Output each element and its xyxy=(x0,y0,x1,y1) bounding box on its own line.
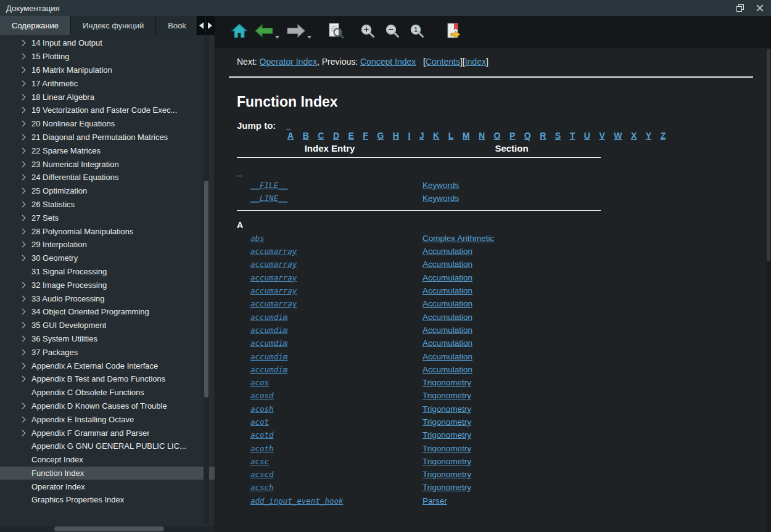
home-button[interactable] xyxy=(229,20,250,44)
expand-chevron-icon[interactable] xyxy=(20,215,26,221)
sidebar-item[interactable]: 17 Arithmetic xyxy=(0,76,215,90)
search-document-button[interactable] xyxy=(325,20,346,44)
expand-chevron-icon[interactable] xyxy=(20,295,26,301)
sidebar-item[interactable]: 16 Matrix Manipulation xyxy=(0,63,215,77)
sidebar-horizontal-scrollbar[interactable] xyxy=(0,526,215,532)
jump-letter-link[interactable]: Z xyxy=(661,131,666,141)
sidebar-item[interactable]: 14 Input and Output xyxy=(0,36,215,50)
forward-button[interactable] xyxy=(286,20,307,44)
function-index-tab[interactable]: Индекс функций xyxy=(71,16,156,35)
sidebar-item[interactable]: 26 Statistics xyxy=(0,198,215,211)
section-link[interactable]: Trigonometry xyxy=(423,404,471,414)
section-link[interactable]: Accumulation xyxy=(423,365,472,374)
sidebar-item[interactable]: Concept Index xyxy=(0,453,215,467)
sidebar-item[interactable]: 27 Sets xyxy=(0,211,215,224)
section-link[interactable]: Trigonometry xyxy=(423,391,471,400)
section-link[interactable]: Accumulation xyxy=(423,273,472,282)
function-link[interactable]: abs xyxy=(250,234,265,243)
bookmark-button[interactable] xyxy=(443,20,464,44)
function-link[interactable]: acsc xyxy=(250,457,269,466)
section-link[interactable]: Parser xyxy=(423,496,447,505)
jump-letter-link[interactable]: Y xyxy=(646,131,651,141)
section-link[interactable]: Trigonometry xyxy=(423,378,471,387)
nav-link[interactable]: Index xyxy=(465,57,486,67)
expand-chevron-icon[interactable] xyxy=(20,54,26,60)
expand-chevron-icon[interactable] xyxy=(20,403,26,409)
sidebar-item[interactable]: 30 Geometry xyxy=(0,252,215,265)
jump-letter-link[interactable]: J xyxy=(419,131,424,141)
function-link[interactable]: accumarray xyxy=(250,299,297,308)
section-link[interactable]: Keywords xyxy=(423,194,459,203)
function-link[interactable]: acscd xyxy=(250,470,274,479)
sidebar-item[interactable]: 32 Image Processing xyxy=(0,278,215,292)
sidebar-item[interactable]: Function Index xyxy=(0,467,215,480)
sidebar-item[interactable]: 29 Interpolation xyxy=(0,238,215,252)
sidebar-item[interactable]: 20 Nonlinear Equations xyxy=(0,117,215,131)
jump-letter-link[interactable]: X xyxy=(631,131,637,141)
section-link[interactable]: Accumulation xyxy=(423,299,472,308)
section-link[interactable]: Accumulation xyxy=(423,338,472,348)
expand-chevron-icon[interactable] xyxy=(20,107,26,113)
jump-letter-link[interactable]: P xyxy=(509,131,515,141)
sidebar-item[interactable]: 36 System Utilities xyxy=(0,332,215,346)
expand-chevron-icon[interactable] xyxy=(20,188,26,194)
nav-link[interactable]: Operator Index xyxy=(260,57,317,67)
function-link[interactable]: acsch xyxy=(250,483,274,492)
section-link[interactable]: Trigonometry xyxy=(423,430,471,440)
sidebar-item[interactable]: 21 Diagonal and Permutation Matrices xyxy=(0,131,215,144)
expand-chevron-icon[interactable] xyxy=(20,94,26,100)
jump-letter-link[interactable]: A xyxy=(287,131,294,141)
function-link[interactable]: accumdim xyxy=(250,313,287,322)
jump-letter-link[interactable]: R xyxy=(540,131,546,141)
jump-letter-link[interactable]: S xyxy=(555,131,561,141)
sidebar-item[interactable]: 15 Plotting xyxy=(0,50,215,63)
tab-scroll-right-button[interactable] xyxy=(205,16,215,35)
function-link[interactable]: add_input_event_hook xyxy=(250,496,344,505)
section-link[interactable]: Trigonometry xyxy=(423,457,471,466)
scrollbar-thumb[interactable] xyxy=(767,49,770,261)
jump-letter-link[interactable]: E xyxy=(348,131,354,141)
section-link[interactable]: Accumulation xyxy=(423,352,472,361)
scrollbar-thumb[interactable] xyxy=(204,181,208,398)
tab-scroll-left-button[interactable] xyxy=(196,16,205,35)
dropdown-arrow-icon[interactable] xyxy=(275,30,279,41)
sidebar-item[interactable]: 24 Differential Equations xyxy=(0,171,215,184)
section-link[interactable]: Trigonometry xyxy=(423,483,471,492)
section-link[interactable]: Trigonometry xyxy=(423,444,471,453)
expand-chevron-icon[interactable] xyxy=(20,174,26,181)
function-link[interactable]: accumdim xyxy=(250,365,287,374)
jump-letter-link[interactable]: L xyxy=(448,131,454,141)
close-button[interactable] xyxy=(755,3,765,13)
expand-chevron-icon[interactable] xyxy=(20,282,26,288)
jump-letter-link[interactable]: N xyxy=(479,131,485,141)
sidebar-item[interactable]: 25 Optimization xyxy=(0,184,215,198)
expand-chevron-icon[interactable] xyxy=(20,322,26,329)
function-link[interactable]: acosh xyxy=(250,404,274,414)
restore-button[interactable] xyxy=(735,3,745,13)
sidebar-item[interactable]: 31 Signal Processing xyxy=(0,265,215,279)
expand-chevron-icon[interactable] xyxy=(20,335,26,342)
expand-chevron-icon[interactable] xyxy=(20,147,26,153)
function-link[interactable]: accumarray xyxy=(250,260,297,269)
jump-letter-link[interactable]: I xyxy=(408,131,410,141)
expand-chevron-icon[interactable] xyxy=(20,121,26,127)
sidebar-item[interactable]: 23 Numerical Integration xyxy=(0,157,215,171)
sidebar-item[interactable]: 33 Audio Processing xyxy=(0,292,215,305)
expand-chevron-icon[interactable] xyxy=(20,40,26,46)
expand-chevron-icon[interactable] xyxy=(20,349,26,355)
sidebar-item[interactable]: 28 Polynomial Manipulations xyxy=(0,224,215,238)
jump-letter-link[interactable]: U xyxy=(584,131,590,141)
sidebar-item[interactable]: 35 GUI Development xyxy=(0,319,215,332)
section-link[interactable]: Accumulation xyxy=(423,247,472,256)
section-link[interactable]: Trigonometry xyxy=(423,470,471,479)
jump-letter-link[interactable]: V xyxy=(599,131,604,141)
zoom-in-button[interactable] xyxy=(357,20,378,44)
expand-chevron-icon[interactable] xyxy=(20,309,26,315)
function-link[interactable]: acot xyxy=(250,417,269,427)
function-link[interactable]: acoth xyxy=(250,444,274,453)
function-link[interactable]: acotd xyxy=(250,430,274,440)
jump-letter-link[interactable]: T xyxy=(570,131,575,141)
section-link[interactable]: Keywords xyxy=(423,181,459,190)
function-link[interactable]: accumdim xyxy=(250,352,287,361)
function-link[interactable]: acosd xyxy=(250,391,274,400)
